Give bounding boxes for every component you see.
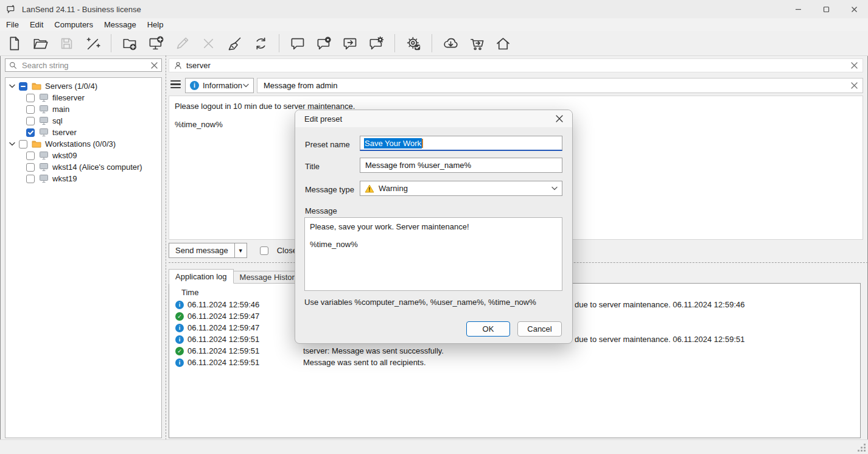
message-presets-icon[interactable] xyxy=(367,34,385,52)
info-icon: i xyxy=(175,335,184,344)
message-type-dropdown[interactable]: Warning xyxy=(360,181,562,196)
checkbox-unchecked[interactable] xyxy=(26,163,35,172)
minimize-button[interactable] xyxy=(784,0,812,18)
clear-title-icon[interactable] xyxy=(851,82,858,89)
log-row[interactable]: ✓ 06.11.2024 12:59:51 tserver: Message w… xyxy=(169,345,860,357)
dialog-title-bar[interactable]: Edit preset xyxy=(295,110,572,127)
tree-item-wkst09[interactable]: wkst09 xyxy=(5,150,161,161)
checkbox-unchecked[interactable] xyxy=(26,117,35,125)
message-type-value: Warning xyxy=(379,184,408,193)
title-input[interactable] xyxy=(364,160,558,170)
ok-button[interactable]: OK xyxy=(466,321,510,337)
message-textarea[interactable]: Please, save your work. Server maintenan… xyxy=(304,217,562,291)
recipients-field[interactable]: tserver xyxy=(169,58,863,72)
edit-icon[interactable] xyxy=(173,34,191,52)
search-icon xyxy=(9,61,17,69)
message-icon[interactable] xyxy=(289,34,307,52)
maximize-button[interactable] xyxy=(812,0,840,18)
checkbox-unchecked[interactable] xyxy=(26,105,35,114)
tree-item-wkst19[interactable]: wkst19 xyxy=(5,173,161,184)
cloud-download-icon[interactable] xyxy=(441,34,460,52)
log-time: 06.11.2024 12:59:51 xyxy=(187,346,259,355)
message-send-icon[interactable] xyxy=(341,34,359,52)
menu-message[interactable]: Message xyxy=(99,19,142,30)
tree-item-servers[interactable]: Servers (1/0/4) xyxy=(5,80,161,92)
send-options-dropdown[interactable]: ▼ xyxy=(234,243,247,257)
tree-item-fileserver[interactable]: fileserver xyxy=(5,92,161,103)
title-bar[interactable]: LanSend 24.11 - Business license xyxy=(0,0,868,18)
tab-application-log[interactable]: Application log xyxy=(169,269,234,284)
tree-item-wkst14[interactable]: wkst14 (Alice's computer) xyxy=(5,161,161,173)
tree-item-sql[interactable]: sql xyxy=(5,115,161,127)
checkbox-checked[interactable] xyxy=(26,128,35,137)
delete-icon[interactable] xyxy=(199,34,217,52)
message-title-field[interactable] xyxy=(257,78,863,93)
log-row[interactable]: i 06.11.2024 12:59:51 Message was sent t… xyxy=(169,357,860,368)
checkbox-unchecked[interactable] xyxy=(26,175,35,183)
home-icon[interactable] xyxy=(494,34,512,52)
menu-file[interactable]: File xyxy=(1,19,24,30)
search-input[interactable] xyxy=(21,60,151,71)
log-time-header[interactable]: Time xyxy=(181,288,198,297)
message-type-select[interactable]: i Information xyxy=(185,78,254,93)
text-caret xyxy=(422,139,423,148)
clear-search-icon[interactable] xyxy=(151,62,158,69)
log-message: tserver: Message was sent successfully. xyxy=(303,346,444,355)
log-message: Message was sent to all recipients. xyxy=(303,358,426,367)
send-message-button[interactable]: Send message ▼ xyxy=(169,243,247,258)
menu-computers[interactable]: Computers xyxy=(49,19,99,30)
tree-label: sql xyxy=(52,116,63,125)
message-title-input[interactable] xyxy=(262,80,851,91)
chevron-down-icon xyxy=(551,186,558,190)
information-icon: i xyxy=(190,81,199,90)
menu-edit[interactable]: Edit xyxy=(24,19,49,30)
checkbox-unchecked[interactable] xyxy=(19,140,27,148)
log-message: due to server maintenance. 06.11.2024 12… xyxy=(575,335,744,344)
sidebar-splitter[interactable] xyxy=(166,55,166,440)
computer-icon xyxy=(39,116,49,125)
open-file-icon[interactable] xyxy=(31,34,49,52)
tree-item-tserver[interactable]: tserver xyxy=(5,127,161,138)
computer-icon xyxy=(39,151,49,160)
refresh-icon[interactable] xyxy=(251,34,270,52)
save-icon[interactable] xyxy=(57,34,75,52)
log-time: 06.11.2024 12:59:51 xyxy=(187,335,259,344)
tree-label: fileserver xyxy=(52,93,85,102)
close-button[interactable] xyxy=(840,0,868,18)
new-file-icon[interactable] xyxy=(5,34,23,52)
checkbox-unchecked[interactable] xyxy=(260,246,268,255)
tree-item-main[interactable]: main xyxy=(5,103,161,115)
search-field[interactable] xyxy=(5,58,162,72)
collapse-icon[interactable] xyxy=(9,84,15,88)
cancel-button[interactable]: Cancel xyxy=(517,321,562,337)
preset-name-field[interactable]: Save Your Work xyxy=(360,136,562,151)
checkbox-unchecked[interactable] xyxy=(26,152,35,160)
resize-grip-icon[interactable] xyxy=(858,444,866,452)
toolbar-separator xyxy=(279,34,279,52)
checkbox-indeterminate[interactable] xyxy=(19,82,27,91)
info-icon: i xyxy=(175,301,184,309)
tree-item-workstations[interactable]: Workstations (0/0/3) xyxy=(5,138,161,150)
add-group-icon[interactable] xyxy=(121,34,139,52)
recipient-value: tserver xyxy=(186,61,211,70)
collapse-icon[interactable] xyxy=(9,142,15,146)
checkbox-unchecked[interactable] xyxy=(26,94,35,102)
preset-name-selected-text: Save Your Work xyxy=(364,138,422,148)
tree-label: tserver xyxy=(52,128,77,137)
clear-recipients-icon[interactable] xyxy=(851,62,858,69)
dialog-close-icon[interactable] xyxy=(556,115,563,122)
title-label: Title xyxy=(305,162,320,171)
check-settings-icon[interactable] xyxy=(404,34,422,52)
title-field[interactable] xyxy=(360,158,562,173)
menu-help[interactable]: Help xyxy=(142,19,169,30)
user-icon xyxy=(174,61,182,69)
add-computer-icon[interactable] xyxy=(147,34,165,52)
variables-hint: Use variables %computer_name%, %user_nam… xyxy=(304,298,536,307)
message-menu-icon[interactable] xyxy=(170,80,181,88)
purchase-icon[interactable] xyxy=(467,34,486,52)
message-view-icon[interactable] xyxy=(315,34,333,52)
clear-icon[interactable] xyxy=(225,34,243,52)
menu-bar: File Edit Computers Message Help xyxy=(0,18,868,31)
magic-wand-icon[interactable] xyxy=(83,34,102,52)
success-icon: ✓ xyxy=(175,347,184,355)
